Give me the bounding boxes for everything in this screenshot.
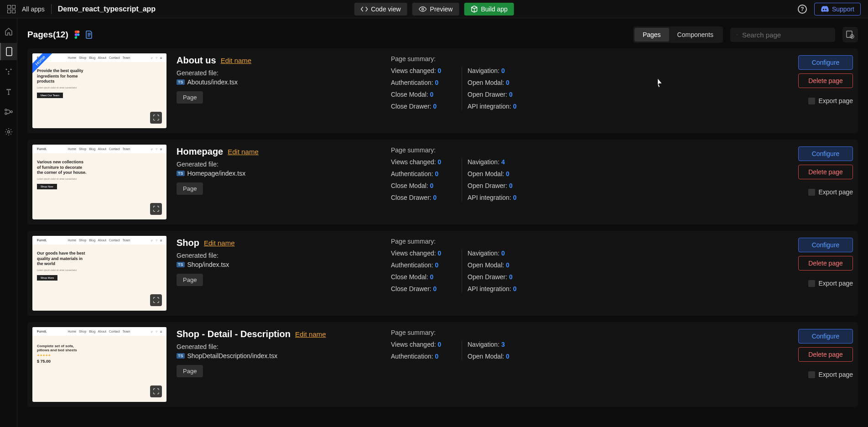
- rail-home-icon[interactable]: [0, 23, 17, 40]
- rail-settings-icon[interactable]: [0, 123, 17, 141]
- delete-page-button[interactable]: Delete page: [798, 165, 853, 179]
- card-info: Homepage Edit name Generated file: TSHom…: [177, 145, 853, 219]
- generated-file-path: TSAboutus/index.tsx: [177, 78, 391, 86]
- help-icon[interactable]: ?: [798, 5, 807, 14]
- stat-item: Authentication: 0: [391, 79, 456, 86]
- tab-components[interactable]: Components: [669, 28, 722, 42]
- stat-item: Views changed: 0: [391, 67, 456, 74]
- preview-button[interactable]: Preview: [412, 3, 459, 16]
- preview-label: Preview: [430, 5, 453, 13]
- configure-button[interactable]: Configure: [798, 238, 853, 252]
- export-page-row[interactable]: Export page: [808, 280, 853, 287]
- discord-icon: [821, 6, 829, 12]
- configure-button[interactable]: Configure: [798, 55, 853, 70]
- search-box[interactable]: [730, 28, 835, 42]
- all-apps-link[interactable]: All apps: [22, 5, 45, 13]
- thumb-body: Our goods have the best quality and mate…: [32, 245, 166, 287]
- stat-item: Close Drawer: 0: [391, 194, 456, 201]
- info-left: Shop Edit name Generated file: TSShop/in…: [177, 236, 391, 311]
- export-checkbox[interactable]: [808, 189, 815, 196]
- expand-icon[interactable]: ⛶: [150, 385, 162, 397]
- apps-grid-icon[interactable]: [7, 5, 16, 13]
- support-button[interactable]: Support: [814, 3, 861, 16]
- support-label: Support: [832, 5, 854, 13]
- expand-icon[interactable]: ⛶: [150, 294, 162, 306]
- rail-pages-icon[interactable]: [0, 43, 17, 60]
- divider: [51, 4, 52, 14]
- edit-name-link[interactable]: Edit name: [221, 57, 252, 64]
- svg-point-0: [422, 8, 424, 10]
- info-left: Shop - Detail - Description Edit name Ge…: [177, 327, 391, 402]
- page-card: Furnit.Home Shop Blog About Contact Team…: [27, 140, 858, 224]
- info-left: About us Edit name Generated file: TSAbo…: [177, 53, 391, 128]
- page-type-chip: Page: [177, 182, 203, 195]
- ts-badge-icon: TS: [177, 353, 185, 359]
- export-checkbox[interactable]: [808, 280, 815, 287]
- info-actions: Configure Delete page Export page: [798, 53, 853, 128]
- page-list[interactable]: Home Furnit.Home Shop Blog About Contact…: [17, 48, 868, 427]
- configure-button[interactable]: Configure: [798, 329, 853, 344]
- export-page-row[interactable]: Export page: [808, 97, 853, 104]
- page-name: About us: [177, 55, 216, 66]
- edit-name-link[interactable]: Edit name: [228, 148, 259, 156]
- export-checkbox[interactable]: [808, 98, 815, 104]
- ts-badge-icon: TS: [177, 79, 185, 85]
- export-checkbox[interactable]: [808, 371, 815, 378]
- page-thumbnail[interactable]: Furnit.Home Shop Blog About Contact Team…: [32, 327, 166, 402]
- figma-icon[interactable]: [74, 31, 80, 39]
- edit-name-link[interactable]: Edit name: [204, 239, 235, 247]
- summary-title: Page summary:: [391, 329, 533, 336]
- tab-pages[interactable]: Pages: [634, 28, 669, 42]
- stat-item: Views changed: 0: [391, 158, 456, 166]
- card-info: Shop Edit name Generated file: TSShop/in…: [177, 236, 853, 311]
- header-right: Pages Components: [633, 26, 858, 43]
- build-app-button[interactable]: Build app: [464, 3, 514, 16]
- delete-page-button[interactable]: Delete page: [798, 256, 853, 271]
- thumb-nav: Furnit.Home Shop Blog About Contact Team…: [32, 53, 166, 62]
- stat-item: Open Drawer: 0: [468, 182, 533, 189]
- page-thumbnail[interactable]: Furnit.Home Shop Blog About Contact Team…: [32, 236, 166, 311]
- page-type-chip: Page: [177, 91, 203, 104]
- document-icon[interactable]: [86, 31, 93, 39]
- ts-badge-icon: TS: [177, 171, 185, 176]
- rail-integrations-icon[interactable]: [0, 63, 17, 80]
- svg-point-9: [7, 131, 10, 133]
- svg-point-7: [5, 113, 7, 115]
- delete-page-button[interactable]: Delete page: [798, 347, 853, 362]
- ts-badge-icon: TS: [177, 262, 185, 267]
- stat-item: Close Modal: 0: [391, 273, 456, 281]
- export-page-row[interactable]: Export page: [808, 371, 853, 378]
- info-summary: Page summary: Views changed: 0Authentica…: [391, 53, 533, 128]
- generated-file-label: Generated file:: [177, 252, 391, 259]
- page-name: Shop: [177, 238, 199, 248]
- delete-page-button[interactable]: Delete page: [798, 73, 853, 88]
- rail-text-icon[interactable]: [0, 83, 17, 100]
- card-info: Shop - Detail - Description Edit name Ge…: [177, 327, 853, 402]
- page-thumbnail[interactable]: Home Furnit.Home Shop Blog About Contact…: [32, 53, 166, 128]
- expand-icon[interactable]: ⛶: [150, 203, 162, 215]
- page-card: Furnit.Home Shop Blog About Contact Team…: [27, 322, 858, 407]
- edit-name-link[interactable]: Edit name: [295, 330, 326, 338]
- export-page-row[interactable]: Export page: [808, 188, 853, 196]
- code-view-button[interactable]: Code view: [354, 3, 407, 16]
- app-title: Demo_react_typescript_app: [58, 5, 156, 13]
- info-summary: Page summary: Views changed: 0Authentica…: [391, 145, 533, 219]
- info-actions: Configure Delete page Export page: [798, 145, 853, 219]
- main-content: Pages(12) Pages Components Home Furnit.H…: [17, 18, 868, 427]
- code-view-label: Code view: [371, 5, 400, 13]
- configure-button[interactable]: Configure: [798, 146, 853, 161]
- topbar-center: Code view Preview Build app: [354, 3, 514, 16]
- page-type-chip: Page: [177, 365, 203, 377]
- page-thumbnail[interactable]: Furnit.Home Shop Blog About Contact Team…: [32, 145, 166, 219]
- rail-flow-icon[interactable]: [0, 103, 17, 120]
- topbar: All apps Demo_react_typescript_app Code …: [0, 0, 868, 18]
- page-settings-icon[interactable]: [842, 27, 858, 42]
- expand-icon[interactable]: ⛶: [150, 112, 162, 124]
- svg-point-8: [10, 111, 12, 113]
- info-left: Homepage Edit name Generated file: TSHom…: [177, 145, 391, 219]
- stat-item: Open Modal: 0: [468, 170, 533, 177]
- thumb-nav: Furnit.Home Shop Blog About Contact Team…: [32, 145, 166, 153]
- stat-item: Navigation: 3: [468, 341, 533, 348]
- search-input[interactable]: [742, 31, 829, 39]
- stat-item: Open Drawer: 0: [468, 273, 533, 281]
